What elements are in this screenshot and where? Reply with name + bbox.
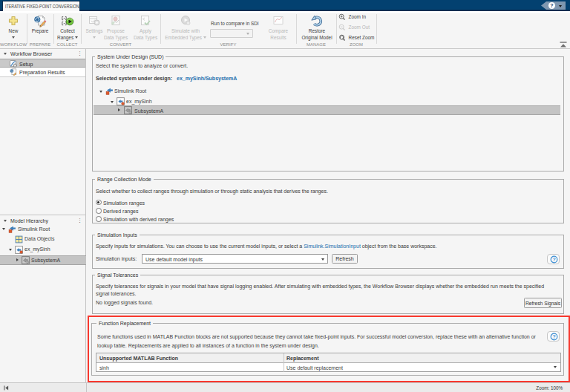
svg-text:?: ?: [552, 257, 555, 262]
